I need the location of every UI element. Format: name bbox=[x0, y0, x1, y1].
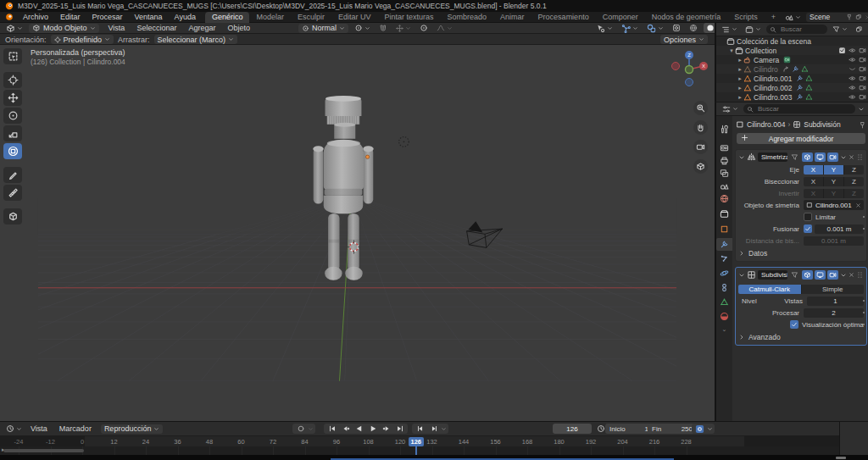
subdiv-type-simple-button[interactable]: Simple bbox=[802, 285, 865, 294]
viewport-canvas[interactable]: Personalizada (perspectiva) (126) Collec… bbox=[0, 45, 715, 421]
menu-ayuda[interactable]: Ayuda bbox=[169, 13, 202, 21]
properties-tab-world[interactable] bbox=[716, 192, 732, 205]
workspace-tab-modelar[interactable]: Modelar bbox=[249, 12, 291, 23]
keying-set-button[interactable] bbox=[693, 424, 706, 434]
gizmos-toggle[interactable] bbox=[619, 23, 641, 33]
outliner-row-cilindro-001[interactable]: ▸Cilindro.001 bbox=[716, 74, 868, 83]
outliner-row-camera[interactable]: ▸Camera bbox=[716, 55, 868, 64]
play-reverse-button[interactable] bbox=[353, 424, 365, 434]
properties-tab-view-layer[interactable] bbox=[716, 167, 732, 180]
step-back-button[interactable] bbox=[414, 424, 426, 434]
new-scene-icon[interactable] bbox=[855, 14, 862, 20]
properties-tab-constraints[interactable] bbox=[716, 281, 732, 294]
tool-cursor-button[interactable] bbox=[3, 72, 22, 88]
show-in-render-toggle[interactable] bbox=[827, 152, 838, 162]
transform-orientation-selector[interactable]: Normal bbox=[298, 24, 348, 33]
outliner-search-input[interactable] bbox=[779, 25, 824, 34]
tool-scale-button[interactable] bbox=[3, 125, 22, 141]
tool-select-box-button[interactable] bbox=[3, 48, 22, 64]
viewport-menu-vista[interactable]: Vista bbox=[103, 24, 131, 32]
show-in-editmode-toggle[interactable] bbox=[802, 152, 813, 162]
eye-toggle[interactable] bbox=[849, 93, 856, 101]
workspace-tab-pintar-texturas[interactable]: Pintar texturas bbox=[378, 12, 441, 23]
mirror-bisect-y-button[interactable]: Y bbox=[824, 177, 844, 186]
outliner-row-colecci-n-de-la-escena[interactable]: Colección de la escena bbox=[716, 36, 868, 46]
show-in-editmode-toggle[interactable] bbox=[802, 270, 813, 280]
eye-closed-toggle[interactable] bbox=[849, 65, 856, 73]
playhead-handle[interactable]: 126 bbox=[409, 437, 424, 446]
merge-threshold-field[interactable]: 0.001 m bbox=[815, 224, 864, 234]
properties-tab-physics[interactable] bbox=[716, 267, 732, 280]
app-menu-icon[interactable] bbox=[0, 13, 17, 21]
properties-tab-particles[interactable] bbox=[716, 252, 732, 265]
frame-end-field[interactable]: Fin 250 bbox=[648, 424, 697, 434]
modifier-name-field[interactable]: Simetrizar bbox=[758, 152, 787, 162]
prev-keyframe-button[interactable] bbox=[339, 424, 352, 434]
advanced-subpanel-toggle[interactable]: Avanzado bbox=[738, 332, 864, 342]
timeline-ruler[interactable]: -24-120122436486072849610812013214415616… bbox=[0, 435, 839, 446]
properties-tab-tool[interactable] bbox=[716, 123, 732, 136]
mirror-panel-header[interactable]: Simetrizar bbox=[738, 152, 864, 163]
scene-selector[interactable]: Scene bbox=[806, 13, 868, 22]
xray-toggle[interactable] bbox=[670, 23, 683, 33]
clear-icon[interactable] bbox=[855, 202, 861, 208]
workspace-tab-gen-rico[interactable]: Genérico bbox=[205, 12, 250, 23]
workspace-tab-editar-uv[interactable]: Editar UV bbox=[331, 12, 378, 23]
workspace-tab-scripts[interactable]: Scripts bbox=[727, 12, 765, 23]
outliner-row-cilindro-003[interactable]: ▸Cilindro.003 bbox=[716, 92, 868, 102]
timeline-menu-vista[interactable]: Vista bbox=[25, 424, 53, 433]
expand-caret[interactable]: ▸ bbox=[737, 94, 743, 101]
add-modifier-button[interactable]: Agregar modificador bbox=[737, 133, 865, 144]
cam-r-toggle[interactable] bbox=[859, 56, 866, 64]
workspace-tab-[interactable]: + bbox=[765, 12, 782, 23]
drag-action-dropdown[interactable]: Seleccionar (Marco) bbox=[154, 35, 238, 44]
menu-ventana[interactable]: Ventana bbox=[129, 13, 169, 21]
menu-procesar[interactable]: Procesar bbox=[86, 13, 129, 21]
viewport-menu-objeto[interactable]: Objeto bbox=[221, 24, 256, 32]
scene-type-icon[interactable] bbox=[782, 12, 804, 22]
cam-r-toggle[interactable] bbox=[859, 65, 866, 73]
tabs-scroll-icon[interactable]: ⌄ bbox=[716, 326, 732, 333]
expand-caret[interactable]: ▸ bbox=[737, 75, 743, 82]
breadcrumb-modifier[interactable]: Subdivisión bbox=[804, 120, 840, 129]
playback-menu[interactable]: Reproducción bbox=[101, 424, 164, 434]
mirror-bisect-x-button[interactable]: X bbox=[804, 177, 824, 186]
outliner-search[interactable] bbox=[766, 25, 827, 34]
properties-tab-scene[interactable] bbox=[716, 180, 732, 192]
jump-to-end-button[interactable] bbox=[393, 424, 406, 434]
close-icon[interactable] bbox=[849, 154, 854, 160]
step-forward-button[interactable] bbox=[427, 424, 440, 434]
navigation-gizmo[interactable]: Z X bbox=[671, 47, 709, 88]
pivot-point-selector[interactable] bbox=[352, 23, 373, 33]
close-icon[interactable] bbox=[849, 272, 854, 278]
object-visibility-selector[interactable] bbox=[593, 23, 615, 33]
mirror-flip-z-button[interactable]: Z bbox=[844, 189, 864, 198]
outliner-row-cilindro-002[interactable]: ▸Cilindro.002 bbox=[716, 83, 868, 92]
zoom-button[interactable] bbox=[693, 101, 708, 115]
show-on-cage-toggle[interactable] bbox=[789, 152, 800, 162]
chevron-down-icon[interactable] bbox=[707, 426, 713, 432]
pan-button[interactable] bbox=[693, 120, 708, 135]
properties-tab-object[interactable] bbox=[716, 223, 732, 236]
timeline-editor-button[interactable] bbox=[3, 424, 25, 434]
workspace-tab-esculpir[interactable]: Esculpir bbox=[291, 12, 331, 23]
properties-editor-button[interactable] bbox=[720, 104, 741, 114]
viewport-level-field[interactable]: 1 bbox=[807, 297, 864, 306]
eye-toggle[interactable] bbox=[849, 75, 856, 82]
mirror-bisect-z-button[interactable]: Z bbox=[844, 177, 864, 186]
orientation-preset-dropdown[interactable]: Predefinido bbox=[51, 35, 114, 44]
play-button[interactable] bbox=[366, 424, 379, 434]
outliner-editor-button[interactable] bbox=[719, 25, 740, 35]
subdivision-panel-header[interactable]: Subdivisión bbox=[738, 269, 864, 280]
snap-toggle[interactable] bbox=[376, 23, 390, 33]
menu-editar[interactable]: Editar bbox=[54, 13, 86, 21]
timeline-scrollbar[interactable] bbox=[3, 449, 84, 452]
viewport-menu-agregar[interactable]: Agregar bbox=[182, 24, 221, 32]
cam-r-toggle[interactable] bbox=[859, 93, 866, 101]
properties-search-input[interactable] bbox=[756, 104, 852, 114]
expand-icon[interactable] bbox=[738, 154, 745, 161]
cam-r-toggle[interactable] bbox=[859, 47, 866, 54]
properties-tab-output[interactable] bbox=[716, 154, 732, 167]
workspace-tab-animar[interactable]: Animar bbox=[493, 12, 531, 23]
properties-tab-collection[interactable] bbox=[716, 208, 732, 220]
